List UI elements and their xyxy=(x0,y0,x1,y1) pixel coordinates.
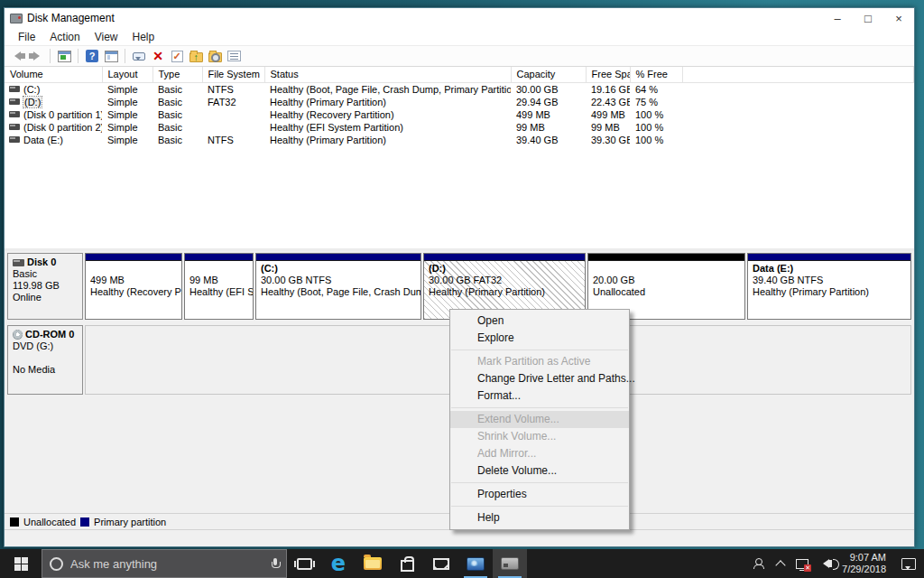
close-button[interactable]: × xyxy=(883,8,914,28)
delete-icon[interactable]: ✕ xyxy=(150,49,166,64)
clock-time: 9:07 AM xyxy=(842,552,886,564)
menu-item-extend-volume: Extend Volume... xyxy=(450,411,629,428)
partition-recovery[interactable]: 499 MBHealthy (Recovery Parti xyxy=(85,253,182,320)
menu-item-properties[interactable]: Properties xyxy=(450,486,629,503)
people-icon xyxy=(753,558,764,569)
window-title: Disk Management xyxy=(27,12,822,24)
computer-management-button[interactable] xyxy=(458,549,493,578)
volume-list: Volume Layout Type File System Status Ca… xyxy=(5,67,914,248)
menu-item-format[interactable]: Format... xyxy=(450,387,629,405)
clock[interactable]: 9:07 AM 7/29/2018 xyxy=(835,552,893,575)
menu-item-open[interactable]: Open xyxy=(450,312,629,330)
check-disk-icon[interactable]: ✓ xyxy=(169,49,185,64)
disk0-panel[interactable]: Disk 0 Basic 119.98 GB Online xyxy=(7,253,83,320)
folder-up-icon[interactable] xyxy=(188,49,204,64)
volume-icon xyxy=(9,124,20,130)
task-view-button[interactable] xyxy=(287,549,321,578)
partition-color-bar xyxy=(588,254,744,261)
forward-icon[interactable] xyxy=(28,49,44,64)
partition-color-bar xyxy=(86,254,181,261)
volume-icon xyxy=(9,86,20,92)
context-menu: Open Explore Mark Partition as Active Ch… xyxy=(449,309,630,530)
col-volume[interactable]: Volume xyxy=(5,67,102,82)
start-button[interactable] xyxy=(0,549,42,578)
partition-c[interactable]: (C:)30.00 GB NTFSHealthy (Boot, Page Fil… xyxy=(255,253,421,320)
menu-item-help[interactable]: Help xyxy=(450,509,629,527)
mail-icon xyxy=(433,558,449,570)
chevron-up-icon xyxy=(775,560,785,570)
windows-logo-icon xyxy=(14,557,28,571)
search-input[interactable] xyxy=(70,557,264,571)
table-row[interactable]: (Disk 0 partition 2) SimpleBasic Healthy… xyxy=(5,121,914,134)
legend-primary-label: Primary partition xyxy=(94,517,166,527)
partition-color-bar xyxy=(256,254,420,261)
store-icon xyxy=(401,560,414,572)
volume-button[interactable] xyxy=(813,549,835,578)
table-row[interactable]: (C:) SimpleBasicNTFS Healthy (Boot, Page… xyxy=(5,82,914,96)
toolbar: ? ✕ ✓ xyxy=(5,45,914,67)
menu-separator xyxy=(451,482,628,483)
show-console-window-icon[interactable] xyxy=(56,49,72,64)
microphone-icon[interactable] xyxy=(272,558,279,569)
title-bar[interactable]: Disk Management – □ × xyxy=(5,8,914,28)
col-file-system[interactable]: File System xyxy=(202,67,264,82)
partition-efi[interactable]: 99 MBHealthy (EFI Syst xyxy=(184,253,254,320)
menu-action[interactable]: Action xyxy=(42,30,87,44)
status-strip xyxy=(5,529,914,546)
action-center-icon xyxy=(901,558,916,570)
table-row[interactable]: Data (E:) SimpleBasicNTFS Healthy (Prima… xyxy=(5,134,914,146)
task-view-icon xyxy=(297,558,312,570)
store-button[interactable] xyxy=(390,549,424,578)
folder-find-icon[interactable] xyxy=(207,49,223,64)
system-tray: 9:07 AM 7/29/2018 xyxy=(748,549,924,578)
menu-item-change-drive-letter[interactable]: Change Drive Letter and Paths... xyxy=(450,370,629,387)
partition-color-bar xyxy=(424,254,585,261)
menu-item-explore[interactable]: Explore xyxy=(450,330,629,347)
cdrom-panel[interactable]: CD-ROM 0 DVD (G:) No Media xyxy=(7,325,83,395)
minimize-button[interactable]: – xyxy=(822,8,853,28)
col-capacity[interactable]: Capacity xyxy=(511,67,586,82)
col-type[interactable]: Type xyxy=(152,67,202,82)
network-disconnected-icon xyxy=(796,559,808,569)
col-filler xyxy=(682,67,914,82)
col-free-space[interactable]: Free Spa... xyxy=(586,67,630,82)
legend-primary-swatch xyxy=(80,517,89,527)
menu-view[interactable]: View xyxy=(88,30,125,44)
network-button[interactable] xyxy=(791,549,813,578)
file-explorer-icon xyxy=(364,557,382,570)
computer-management-icon xyxy=(467,557,485,571)
toolbar-separator xyxy=(50,49,51,63)
mail-button[interactable] xyxy=(424,549,458,578)
table-row-selected[interactable]: (D:) SimpleBasicFAT32 Healthy (Primary P… xyxy=(5,96,914,108)
menu-item-shrink-volume: Shrink Volume... xyxy=(450,428,629,445)
partition-data-e[interactable]: Data (E:)39.40 GB NTFSHealthy (Primary P… xyxy=(747,253,911,320)
maximize-button[interactable]: □ xyxy=(853,8,883,28)
toolbar-separator xyxy=(78,49,79,63)
help-icon[interactable]: ? xyxy=(84,49,100,64)
people-button[interactable] xyxy=(748,549,770,578)
volume-icon xyxy=(9,136,20,143)
back-icon[interactable] xyxy=(9,49,25,64)
col-pct-free[interactable]: % Free xyxy=(630,67,682,82)
console-tree-icon[interactable] xyxy=(103,49,119,64)
edge-button[interactable]: e xyxy=(321,549,356,578)
menu-item-mark-partition-active: Mark Partition as Active xyxy=(450,353,629,370)
tray-overflow-button[interactable] xyxy=(770,549,791,578)
volume-icon xyxy=(9,111,20,117)
col-status[interactable]: Status xyxy=(264,67,511,82)
disk-management-taskbar-button[interactable] xyxy=(493,549,527,578)
action-center-button[interactable] xyxy=(893,549,924,578)
action-pane-icon[interactable] xyxy=(131,49,147,64)
edge-icon: e xyxy=(331,553,346,574)
col-layout[interactable]: Layout xyxy=(102,67,152,82)
menu-separator xyxy=(451,407,628,408)
legend-unallocated-swatch xyxy=(10,517,19,527)
table-row[interactable]: (Disk 0 partition 1) SimpleBasic Healthy… xyxy=(5,108,914,121)
menu-item-delete-volume[interactable]: Delete Volume... xyxy=(450,462,629,480)
properties-icon[interactable] xyxy=(226,49,242,64)
search-box[interactable] xyxy=(42,549,287,578)
menu-item-add-mirror: Add Mirror... xyxy=(450,445,629,462)
menu-file[interactable]: File xyxy=(11,30,42,44)
menu-help[interactable]: Help xyxy=(125,30,162,44)
file-explorer-button[interactable] xyxy=(356,549,390,578)
